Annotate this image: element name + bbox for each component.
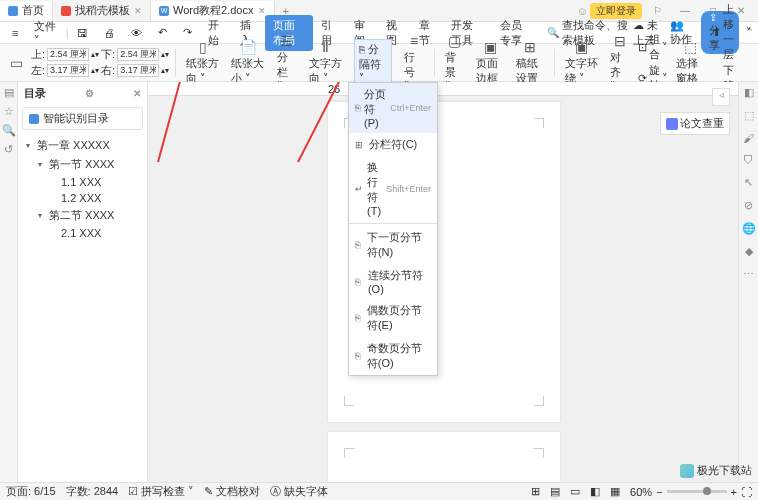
page-border-button[interactable]: ▣页面边框 xyxy=(472,39,508,86)
view-mode-print-icon[interactable]: ▤ xyxy=(550,485,560,498)
left-activity-bar: ▤ ☆ 🔍 ↺ xyxy=(0,82,18,482)
dropdown-item[interactable]: ⎘下一页分节符(N) xyxy=(349,226,437,264)
close-icon[interactable]: ✕ xyxy=(134,6,142,16)
pointer-icon[interactable]: ↖ xyxy=(744,176,753,189)
outline-tree: ▾第一章 XXXXX▾第一节 XXXX1.1 XXX1.2 XXX▾第二节 XX… xyxy=(18,132,147,245)
margin-right-input[interactable] xyxy=(117,64,159,77)
qat-save[interactable]: 🖫 xyxy=(69,24,96,42)
limit-icon[interactable]: ⊘ xyxy=(744,199,753,212)
outline-item[interactable]: ▾第一节 XXXX xyxy=(20,155,145,174)
margin-bottom-input[interactable] xyxy=(117,48,159,61)
user-icon[interactable]: ☺ xyxy=(577,5,588,17)
margins-spinners: 上:▴▾下:▴▾ 左:▴▾右:▴▾ xyxy=(31,47,169,78)
zoom-control[interactable]: 60% − + ⛶ xyxy=(630,486,752,498)
breaks-button[interactable]: ⎘ 分隔符 ˅ xyxy=(350,39,396,86)
search-tab-icon[interactable]: 🔍 xyxy=(2,124,16,137)
outline-item[interactable]: 1.1 XXX xyxy=(20,174,145,190)
spellcheck-status[interactable]: ☑ 拼写检查 ˅ xyxy=(128,484,194,499)
view-mode-web-icon[interactable]: ⊞ xyxy=(531,485,540,498)
dropdown-item[interactable]: ↵换行符(T)Shift+Enter xyxy=(349,156,437,221)
outline-item[interactable]: 2.1 XXX xyxy=(20,225,145,241)
watermark: 极光下载站 xyxy=(680,463,752,478)
bring-forward-button[interactable]: ⬆ 上移一层 ˅ xyxy=(712,2,752,62)
dropdown-item[interactable]: ⎘分页符(P)Ctrl+Enter xyxy=(349,83,437,133)
margin-top-input[interactable] xyxy=(47,48,89,61)
orientation-button[interactable]: ▯纸张方向 ˅ xyxy=(182,39,224,86)
view-mode-draft-icon[interactable]: ▦ xyxy=(610,485,620,498)
qat-undo[interactable]: ↶ xyxy=(150,23,175,42)
smart-toc-button[interactable]: 智能识别目录 xyxy=(22,107,143,130)
style-pane-icon[interactable]: ◧ xyxy=(744,86,754,99)
margins-presets[interactable]: ▭ xyxy=(6,55,27,71)
paint-icon[interactable]: 🖌 xyxy=(743,132,754,144)
zoom-fit-icon[interactable]: ⛶ xyxy=(741,486,752,498)
zoom-out-icon[interactable]: − xyxy=(656,486,662,498)
horizontal-ruler[interactable]: 26283032 xyxy=(148,82,738,96)
combine-button[interactable]: ⊡ 组合 ˅ xyxy=(638,32,668,62)
document-canvas[interactable]: 26283032 xyxy=(148,82,738,482)
text-wrap-button[interactable]: ▣文字环绕 ˅ xyxy=(561,39,603,86)
outline-settings-icon[interactable]: ⚙ xyxy=(85,88,94,99)
menu-file[interactable]: 文件 ˅ xyxy=(26,16,65,50)
paper-size-button[interactable]: 📄纸张大小 ˅ xyxy=(227,39,269,86)
bookmark-tab-icon[interactable]: ☆ xyxy=(4,105,14,118)
shapes-icon[interactable]: ◆ xyxy=(745,245,753,258)
outline-header: 目录 ⚙ ✕ xyxy=(18,82,147,105)
outline-close-icon[interactable]: ✕ xyxy=(133,88,141,99)
outline-item[interactable]: ▾第一章 XXXXX xyxy=(20,136,145,155)
translate-icon[interactable]: 🌐 xyxy=(742,222,756,235)
missing-font-status[interactable]: Ⓐ 缺失字体 xyxy=(270,484,328,499)
dropdown-item[interactable]: ⎘连续分节符(O) xyxy=(349,264,437,299)
word-counter[interactable]: 字数: 2844 xyxy=(66,484,119,499)
ribbon-layout: ▭ 上:▴▾下:▴▾ 左:▴▾右:▴▾ ▯纸张方向 ˅ 📄纸张大小 ˅ ☰分栏 … xyxy=(0,44,758,82)
dropdown-item[interactable]: ⎘偶数页分节符(E) xyxy=(349,299,437,337)
page-2[interactable] xyxy=(328,432,560,482)
outline-panel: 目录 ⚙ ✕ 智能识别目录 ▾第一章 XXXXX▾第一节 XXXX1.1 XXX… xyxy=(18,82,148,482)
dropdown-item[interactable]: ⎘奇数页分节符(O) xyxy=(349,337,437,375)
zoom-in-icon[interactable]: + xyxy=(731,486,737,498)
tab-template[interactable]: 找稻壳模板✕ xyxy=(53,1,151,21)
view-mode-read-icon[interactable]: ▭ xyxy=(570,485,580,498)
dropdown-item[interactable]: ⊞分栏符(C) xyxy=(349,133,437,156)
right-activity-bar: ◧ ⬚ 🖌 ⛉ ↖ ⊘ 🌐 ◆ ⋯ xyxy=(738,82,758,482)
more-icon[interactable]: ⋯ xyxy=(743,268,754,281)
menu-app[interactable]: ≡ xyxy=(4,24,26,42)
thesis-check-button[interactable]: 论文查重 xyxy=(660,112,730,135)
qat-preview[interactable]: 👁 xyxy=(123,24,150,42)
history-tab-icon[interactable]: ↺ xyxy=(4,143,13,156)
proofing-status[interactable]: ✎ 文档校对 xyxy=(204,484,260,499)
margin-left-input[interactable] xyxy=(47,64,89,77)
statusbar: 页面: 6/15 字数: 2844 ☑ 拼写检查 ˅ ✎ 文档校对 Ⓐ 缺失字体… xyxy=(0,482,758,500)
text-direction-button[interactable]: Ⅱ文字方向 ˅ xyxy=(305,39,347,86)
select-pane-icon[interactable]: ⬚ xyxy=(744,109,754,122)
page-counter[interactable]: 页面: 6/15 xyxy=(6,484,56,499)
protect-icon[interactable]: ⛉ xyxy=(743,154,754,166)
view-mode-outline-icon[interactable]: ◧ xyxy=(590,485,600,498)
selection-pane-button[interactable]: ⬚选择窗格 xyxy=(672,39,708,86)
outline-item[interactable]: ▾第二节 XXXX xyxy=(20,206,145,225)
breaks-dropdown: ⎘分页符(P)Ctrl+Enter⊞分栏符(C)↵换行符(T)Shift+Ent… xyxy=(348,82,438,376)
outline-item[interactable]: 1.2 XXX xyxy=(20,190,145,206)
collapse-side-icon[interactable]: ◃ xyxy=(712,88,730,106)
manuscript-button[interactable]: ⊞稿纸设置 xyxy=(512,39,548,86)
outline-tab-icon[interactable]: ▤ xyxy=(4,86,14,99)
qat-print[interactable]: 🖨 xyxy=(96,24,123,42)
